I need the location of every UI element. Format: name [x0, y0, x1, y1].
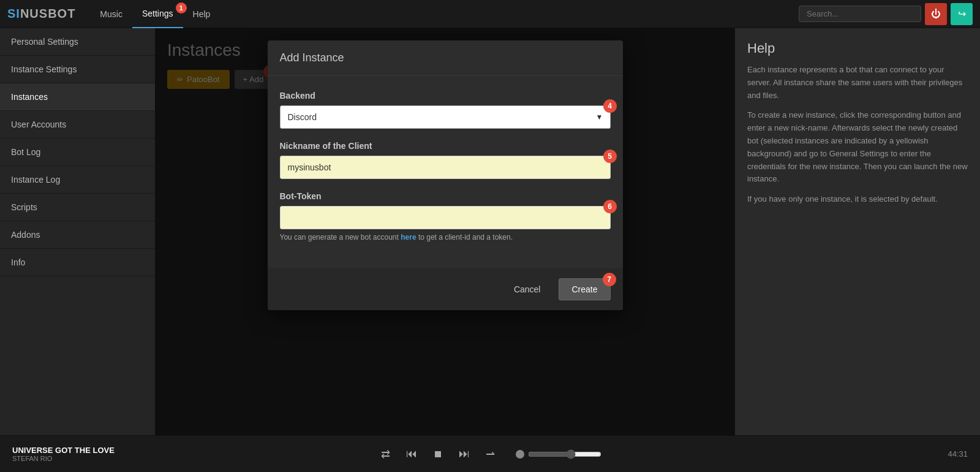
modal-footer: Cancel Create 7	[268, 268, 623, 310]
track-info: UNIVERSE GOT THE LOVE STEFAN RIO	[12, 446, 147, 462]
backend-select-wrapper: Discord TeamSpeak3 ▼ 4	[280, 105, 611, 129]
time-display: 44:31	[948, 449, 968, 459]
token-label: Bot-Token	[280, 191, 611, 201]
modal-body: Backend Discord TeamSpeak3 ▼ 4 Nickname	[268, 76, 623, 268]
add-instance-modal: Add Instance Backend Discord TeamSpeak3 …	[268, 40, 623, 310]
player-controls: ⇄ ⏮ ⏹ ⏭ ⇀	[147, 445, 833, 463]
volume-control	[516, 449, 601, 459]
next-button[interactable]: ⏭	[456, 445, 472, 463]
help-title: Help	[747, 40, 968, 56]
shuffle-button[interactable]: ⇀	[483, 445, 497, 463]
token-hint-suffix: to get a client-id and a token.	[417, 233, 513, 242]
help-panel: Help Each instance represents a bot that…	[735, 28, 980, 435]
nickname-input-wrapper: 5	[280, 156, 611, 179]
track-title: UNIVERSE GOT THE LOVE	[12, 446, 147, 455]
nav-music[interactable]: Music	[90, 0, 132, 28]
content-area: Instances ✏ PatooBot + Add 3 Add Instanc…	[155, 28, 735, 435]
volume-dot	[516, 450, 524, 459]
volume-slider[interactable]	[528, 449, 601, 459]
nav-settings-label: Settings	[142, 9, 173, 18]
token-hint-text: You can generate a new bot account	[280, 233, 401, 242]
time-area: 44:31	[833, 449, 968, 459]
backend-select[interactable]: Discord TeamSpeak3	[280, 105, 611, 129]
stop-button[interactable]: ⏹	[431, 446, 445, 462]
power-button[interactable]: ⏻	[925, 3, 947, 25]
bottom-bar: UNIVERSE GOT THE LOVE STEFAN RIO ⇄ ⏮ ⏹ ⏭…	[0, 435, 980, 472]
sidebar: Personal Settings Instance Settings Inst…	[0, 28, 155, 435]
backend-label: Backend	[280, 91, 611, 101]
sidebar-item-user-accounts[interactable]: User Accounts	[0, 111, 155, 139]
sidebar-item-personal-settings[interactable]: Personal Settings	[0, 28, 155, 56]
token-group: Bot-Token 6 You can generate a new bot a…	[280, 191, 611, 242]
prev-button[interactable]: ⏮	[404, 445, 420, 463]
sidebar-item-bot-log[interactable]: Bot Log	[0, 139, 155, 166]
token-badge: 6	[603, 200, 617, 213]
cancel-button[interactable]: Cancel	[502, 278, 553, 300]
search-input[interactable]	[799, 6, 921, 22]
logo-text: SINUSBOT	[7, 7, 75, 20]
help-paragraph-3: If you have only one instance, it is sel…	[747, 193, 968, 206]
settings-badge: 1	[176, 2, 187, 13]
help-paragraph-2: To create a new instance, click the corr…	[747, 109, 968, 186]
backend-group: Backend Discord TeamSpeak3 ▼ 4	[280, 91, 611, 129]
token-input[interactable]	[280, 206, 611, 229]
token-hint: You can generate a new bot account here …	[280, 233, 611, 242]
main-content: Personal Settings Instance Settings Inst…	[0, 28, 980, 435]
nav-help[interactable]: Help	[183, 0, 221, 28]
sidebar-item-addons[interactable]: Addons	[0, 221, 155, 249]
sidebar-item-instance-log[interactable]: Instance Log	[0, 166, 155, 194]
sidebar-item-instances[interactable]: Instances	[0, 83, 155, 111]
track-artist: STEFAN RIO	[12, 455, 147, 462]
backend-badge: 4	[603, 99, 617, 113]
sidebar-item-instance-settings[interactable]: Instance Settings	[0, 56, 155, 83]
logout-button[interactable]: ↪	[951, 3, 973, 25]
modal-overlay: Add Instance Backend Discord TeamSpeak3 …	[155, 28, 735, 435]
create-button[interactable]: Create 7	[559, 278, 610, 300]
nickname-badge: 5	[603, 150, 617, 163]
logo: SINUSBOT	[7, 7, 75, 21]
token-hint-link[interactable]: here	[401, 233, 416, 242]
sidebar-item-info[interactable]: Info	[0, 249, 155, 276]
token-input-wrapper: 6	[280, 206, 611, 229]
create-badge: 7	[603, 273, 616, 286]
help-paragraph-1: Each instance represents a bot that can …	[747, 64, 968, 102]
nickname-group: Nickname of the Client 5	[280, 141, 611, 179]
topnav: SINUSBOT Music Settings 1 Help ⏻ ↪	[0, 0, 980, 28]
nickname-input[interactable]	[280, 156, 611, 179]
nav-settings[interactable]: Settings 1	[132, 0, 183, 28]
create-button-label: Create	[571, 284, 597, 294]
nickname-label: Nickname of the Client	[280, 141, 611, 151]
modal-title: Add Instance	[268, 40, 623, 76]
repeat-button[interactable]: ⇄	[379, 445, 393, 463]
sidebar-item-scripts[interactable]: Scripts	[0, 194, 155, 221]
